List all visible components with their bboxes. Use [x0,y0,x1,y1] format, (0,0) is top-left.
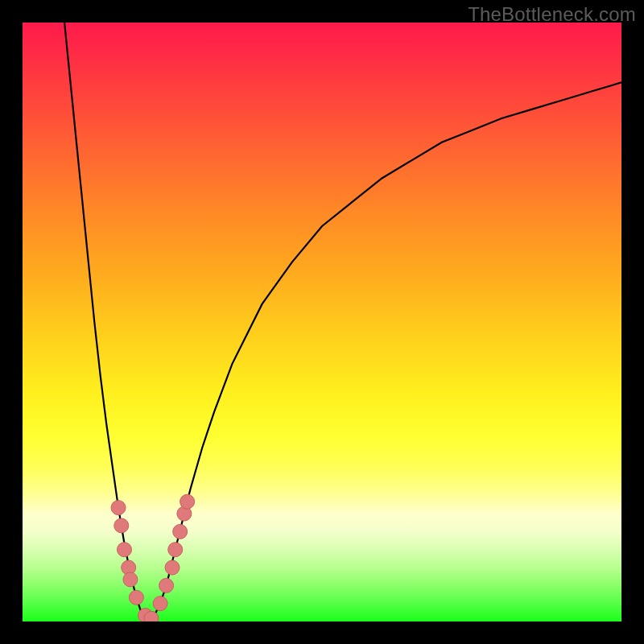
data-point [111,501,126,515]
data-point [123,572,138,587]
curve-line [64,23,621,621]
data-point [114,518,129,533]
data-point [129,590,143,605]
data-point [159,578,174,592]
data-point [117,543,131,557]
data-point [168,543,183,557]
chart-frame: TheBottleneck.com [0,0,644,644]
bottleneck-curve [23,23,621,621]
data-point [180,494,195,509]
data-point [144,611,159,621]
plot-area [23,23,621,621]
data-point [173,524,188,539]
data-point [165,560,180,575]
curve-markers [111,494,195,621]
data-point [153,597,167,611]
watermark-text: TheBottleneck.com [468,3,636,26]
